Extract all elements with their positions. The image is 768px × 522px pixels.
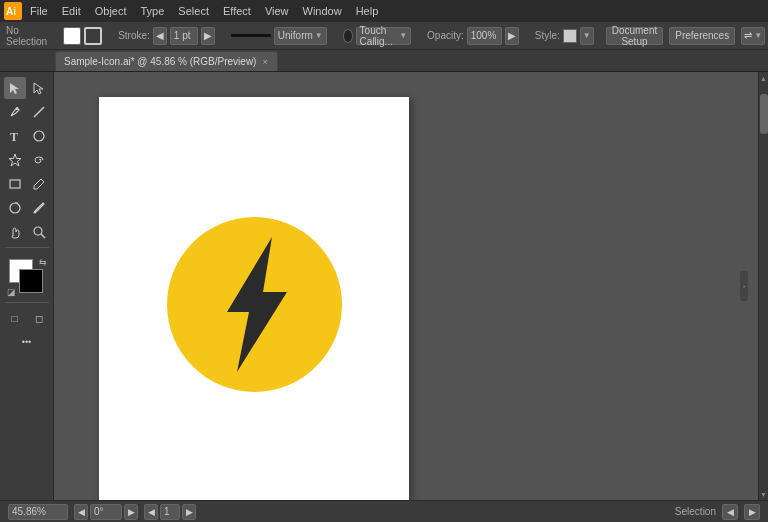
pencil-tool[interactable] [28, 173, 50, 195]
selection-label: No Selection [6, 25, 47, 47]
chevron-down-icon-4: ▼ [754, 31, 762, 40]
status-nav-next[interactable]: ▶ [744, 504, 760, 520]
brush-color [343, 29, 353, 43]
zoom-input[interactable] [8, 504, 68, 520]
svg-point-8 [10, 203, 20, 213]
vertical-scrollbar[interactable]: ▲ ▼ [758, 72, 768, 500]
normal-mode-btn[interactable]: □ [4, 307, 26, 329]
menu-window[interactable]: Window [297, 3, 348, 19]
tool-row-2 [0, 100, 53, 124]
menu-edit[interactable]: Edit [56, 3, 87, 19]
stroke-weight-down[interactable]: ◀ [153, 27, 167, 45]
style-preview [563, 29, 577, 43]
svg-point-2 [15, 107, 18, 110]
brush-section: Touch Callig... ▼ [343, 27, 411, 45]
stroke-preview [231, 34, 271, 37]
tab-bar: Sample-Icon.ai* @ 45.86 % (RGB/Preview) … [0, 50, 768, 72]
rotation-up-btn[interactable]: ▶ [124, 504, 138, 520]
rotation-input[interactable] [90, 504, 122, 520]
preferences-button[interactable]: Preferences [669, 27, 735, 45]
zoom-tool[interactable] [28, 221, 50, 243]
spiral-tool[interactable] [28, 149, 50, 171]
page-prev-btn[interactable]: ◀ [144, 504, 158, 520]
svg-text:T: T [10, 130, 18, 143]
scroll-thumb[interactable] [760, 94, 768, 134]
svg-point-5 [34, 131, 44, 141]
menu-select[interactable]: Select [172, 3, 215, 19]
main-area: T [0, 72, 768, 500]
toolbar: No Selection Stroke: ◀ ▶ Uniform ▼ Touch… [0, 22, 768, 50]
stroke-selector[interactable] [84, 27, 102, 45]
pen-tool[interactable] [4, 101, 26, 123]
stroke-label: Stroke: [118, 30, 150, 41]
scroll-down-btn[interactable]: ▼ [759, 488, 769, 500]
chevron-down-icon-3: ▼ [583, 31, 591, 40]
tool-row-6 [0, 196, 53, 220]
stroke-uniform-dropdown[interactable]: Uniform ▼ [274, 27, 327, 45]
tool-row-3: T [0, 124, 53, 148]
tools-divider [5, 247, 49, 248]
menu-file[interactable]: File [24, 3, 54, 19]
stroke-weight-up[interactable]: ▶ [201, 27, 215, 45]
page-section: ◀ ▶ [144, 504, 196, 520]
reset-colors-icon[interactable]: ◪ [7, 287, 16, 297]
document-setup-button[interactable]: Document Setup [606, 27, 664, 45]
stroke-box[interactable] [19, 269, 43, 293]
page-next-btn[interactable]: ▶ [182, 504, 196, 520]
document-tab[interactable]: Sample-Icon.ai* @ 45.86 % (RGB/Preview) … [55, 51, 278, 71]
swap-colors-icon[interactable]: ⇆ [39, 257, 47, 267]
paintbrush-tool[interactable] [28, 197, 50, 219]
ellipse-tool[interactable] [28, 125, 50, 147]
svg-rect-7 [10, 180, 20, 188]
opacity-input[interactable] [467, 27, 502, 45]
tool-row-7 [0, 220, 53, 244]
star-tool[interactable] [4, 149, 26, 171]
hand-tool[interactable] [4, 221, 26, 243]
fill-stroke-container: ⇆ ◪ [9, 259, 45, 295]
canvas-content [99, 97, 409, 500]
menu-effect[interactable]: Effect [217, 3, 257, 19]
opacity-label: Opacity: [427, 30, 464, 41]
menu-type[interactable]: Type [135, 3, 171, 19]
canvas-area[interactable]: › [54, 72, 758, 500]
rotation-section: ◀ ▶ [74, 504, 138, 520]
app-logo: Ai [4, 2, 22, 20]
brush-dropdown[interactable]: Touch Callig... ▼ [356, 27, 411, 45]
svg-line-11 [41, 234, 45, 238]
screen-mode-btn[interactable]: ◻ [28, 307, 50, 329]
menu-object[interactable]: Object [89, 3, 133, 19]
type-tool[interactable]: T [4, 125, 26, 147]
opacity-more[interactable]: ▶ [505, 27, 519, 45]
menu-help[interactable]: Help [350, 3, 385, 19]
svg-text:Ai: Ai [6, 6, 16, 17]
stroke-weight-input[interactable] [170, 27, 198, 45]
rotation-down-btn[interactable]: ◀ [74, 504, 88, 520]
svg-marker-6 [9, 154, 21, 166]
panel-collapse-btn[interactable]: › [740, 271, 748, 301]
rotate-tool[interactable] [4, 197, 26, 219]
selection-section: No Selection [6, 25, 47, 47]
scroll-track [760, 84, 768, 488]
scroll-up-btn[interactable]: ▲ [759, 72, 769, 84]
style-label: Style: [535, 30, 560, 41]
chevron-down-icon: ▼ [315, 31, 323, 40]
more-tools-btn[interactable]: ••• [16, 331, 38, 353]
line-tool[interactable] [28, 101, 50, 123]
rect-tool[interactable] [4, 173, 26, 195]
artboard [99, 97, 409, 500]
lightning-bolt-icon [167, 217, 342, 392]
tool-row-bottom: ••• [0, 330, 53, 354]
status-nav-prev[interactable]: ◀ [722, 504, 738, 520]
panel-options-dropdown[interactable]: ⇌ ▼ [741, 27, 765, 45]
tab-close-button[interactable]: × [261, 56, 268, 68]
tool-row-extra: □ ◻ [0, 306, 53, 330]
fill-stroke-section [63, 27, 102, 45]
menu-view[interactable]: View [259, 3, 295, 19]
chevron-down-icon-2: ▼ [399, 31, 407, 40]
selection-tool[interactable] [4, 77, 26, 99]
page-input[interactable] [160, 504, 180, 520]
direct-selection-tool[interactable] [28, 77, 50, 99]
opacity-section: Opacity: ▶ [427, 27, 519, 45]
fill-btn[interactable] [63, 27, 81, 45]
style-dropdown[interactable]: ▼ [580, 27, 594, 45]
